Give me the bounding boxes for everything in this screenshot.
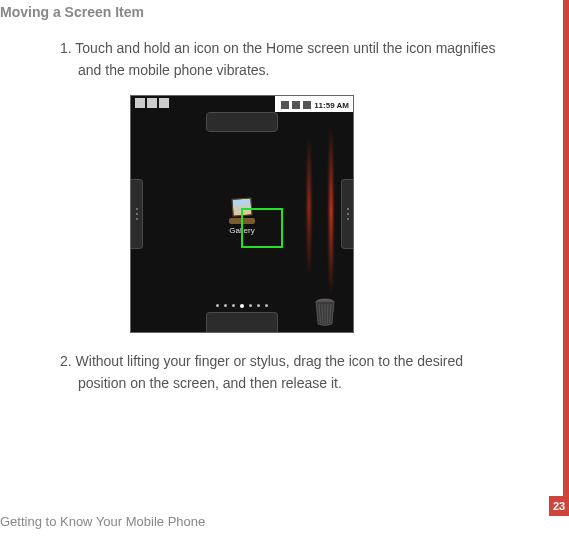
battery-icon (303, 101, 311, 109)
step-1-number: 1. (60, 40, 72, 56)
notification-icon (159, 98, 169, 108)
phone-screen: 11:59 AM Gallery (130, 95, 354, 333)
light-streak (329, 126, 333, 296)
signal-icon (281, 101, 289, 109)
step-2: 2. Without lifting your finger or stylus… (60, 351, 510, 394)
step-1: 1. Touch and hold an icon on the Home sc… (60, 38, 510, 81)
selection-highlight-box (241, 208, 283, 248)
page-number-badge: 23 (549, 496, 569, 516)
status-bar: 11:59 AM (275, 96, 353, 112)
embedded-phone-screenshot: 11:59 AM Gallery (130, 95, 520, 333)
bottom-tab-handle (206, 312, 278, 332)
notification-icon (135, 98, 145, 108)
left-tab-handle (131, 179, 143, 249)
page-edge-strip (563, 0, 569, 496)
top-tab-handle (206, 112, 278, 132)
step-2-number: 2. (60, 353, 72, 369)
page-indicator-dots (216, 304, 268, 308)
trash-icon (313, 298, 337, 326)
section-heading: Moving a Screen Item (0, 4, 520, 20)
step-1-text: Touch and hold an icon on the Home scree… (75, 40, 495, 78)
step-2-text: Without lifting your finger or stylus, d… (76, 353, 464, 391)
notification-icons (135, 98, 175, 112)
notification-icon (147, 98, 157, 108)
network-icon (292, 101, 300, 109)
clock-text: 11:59 AM (314, 101, 349, 110)
light-streak (307, 136, 311, 276)
footer-section-title: Getting to Know Your Mobile Phone (0, 514, 205, 529)
page-edge-tab: 23 (549, 0, 569, 543)
right-tab-handle (341, 179, 353, 249)
